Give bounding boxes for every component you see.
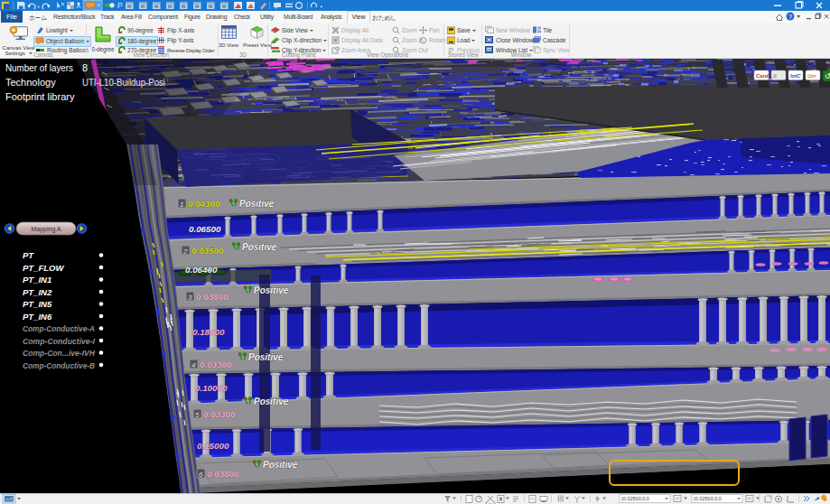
svg-text:Comp-Con...ive-IVH: Comp-Con...ive-IVH — [23, 348, 96, 358]
svg-text:Um: Um — [807, 73, 816, 79]
svg-text:Positive: Positive — [254, 285, 289, 295]
svg-text:Number of layers: Number of layers — [5, 62, 73, 73]
svg-text:2: 2 — [182, 247, 188, 256]
svg-text:Positive: Positive — [263, 460, 298, 470]
svg-text:1: 1 — [180, 201, 183, 209]
svg-text:P: P — [117, 1, 123, 10]
svg-text:PT_IN5: PT_IN5 — [23, 299, 52, 309]
svg-text:Comp-Conductive-B: Comp-Conductive-B — [23, 360, 95, 370]
svg-text:Positive: Positive — [239, 199, 275, 209]
svg-text:Positive: Positive — [254, 397, 289, 406]
svg-text:PT_IN2: PT_IN2 — [23, 287, 52, 297]
svg-text:4: 4 — [191, 361, 196, 369]
svg-text:0.18000: 0.18000 — [192, 327, 225, 337]
svg-text:PT_IN6: PT_IN6 — [23, 312, 52, 322]
svg-text:Mapping A: Mapping A — [31, 226, 61, 233]
svg-text:Technology: Technology — [5, 77, 56, 88]
svg-text:PT_FLOW: PT_FLOW — [23, 263, 64, 273]
svg-text:PT: PT — [23, 250, 34, 260]
svg-text:(0.02500,0.0: (0.02500,0.0 — [694, 496, 722, 501]
svg-text:UTI-L10-Buildup-Posi: UTI-L10-Buildup-Posi — [82, 77, 165, 88]
svg-text:3: 3 — [188, 294, 192, 302]
svg-text:Comp-Conductive-I: Comp-Conductive-I — [23, 336, 95, 346]
svg-text:0.03800: 0.03800 — [207, 469, 239, 479]
svg-text:PT_IN1: PT_IN1 — [23, 275, 51, 285]
svg-text:0.03800: 0.03800 — [196, 292, 228, 302]
svg-text:Positive: Positive — [242, 242, 277, 252]
svg-text:Positive: Positive — [248, 352, 284, 362]
svg-text:8: 8 — [82, 62, 88, 73]
svg-text:6: 6 — [199, 471, 203, 479]
svg-text:(0.02500,0.0: (0.02500,0.0 — [621, 496, 649, 501]
svg-text:?: ? — [788, 13, 792, 21]
svg-text:0.03300: 0.03300 — [203, 409, 236, 419]
svg-text:0.04300: 0.04300 — [188, 199, 220, 209]
svg-text:IntC: IntC — [790, 73, 801, 79]
svg-text:0.06400: 0.06400 — [185, 265, 218, 275]
svg-text:Card: Card — [756, 73, 769, 79]
svg-text:0.03500: 0.03500 — [191, 246, 224, 256]
svg-text:0.03300: 0.03300 — [200, 359, 232, 369]
svg-text:Footprint library: Footprint library — [5, 91, 75, 102]
svg-text:↺: ↺ — [825, 72, 830, 80]
svg-text:0.15000: 0.15000 — [197, 441, 229, 451]
svg-text:Comp-Conductive-A: Comp-Conductive-A — [23, 323, 95, 333]
svg-text:0.06500: 0.06500 — [189, 224, 221, 234]
svg-text:5: 5 — [195, 411, 200, 419]
svg-text:0.10000: 0.10000 — [195, 383, 228, 393]
